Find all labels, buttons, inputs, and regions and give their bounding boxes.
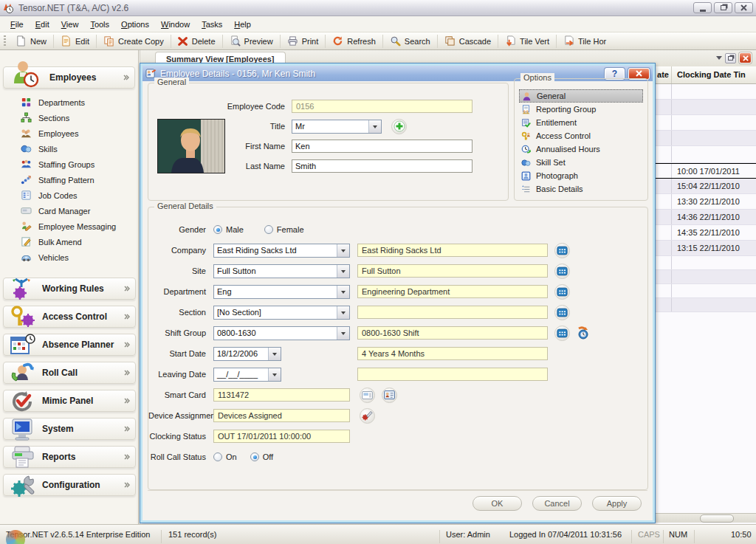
table-row-empty[interactable] — [654, 100, 756, 115]
table-row-empty[interactable] — [654, 84, 756, 100]
dropdown-arrow-icon[interactable] — [337, 306, 349, 319]
sidebar-item-employee-messaging[interactable]: Employee Messaging — [0, 218, 138, 234]
delete-button[interactable]: Delete — [172, 33, 221, 49]
menu-tools[interactable]: Tools — [84, 18, 115, 31]
title-combobox[interactable]: Mr — [292, 120, 382, 134]
sidebar-item-vehicles[interactable]: Vehicles — [0, 249, 138, 265]
dropdown-arrow-icon[interactable] — [337, 244, 349, 257]
sidebar-item-card-manager[interactable]: Card Manager — [0, 203, 138, 218]
table-row-empty[interactable] — [654, 256, 756, 270]
smart-card-field[interactable]: 1131472 — [213, 388, 350, 402]
table-row-empty[interactable] — [654, 115, 756, 131]
dropdown-arrow-icon[interactable] — [337, 327, 349, 340]
toolbar-grip[interactable] — [4, 35, 6, 47]
table-row[interactable]: 14:35 22/11/2010 — [654, 225, 756, 241]
department-lookup-button[interactable] — [554, 284, 570, 300]
create-copy-button[interactable]: Create Copy — [97, 33, 170, 49]
employee-code-field[interactable]: 0156 — [292, 100, 472, 113]
sidebar-section-working-rules[interactable]: Working Rules — [3, 278, 136, 300]
sidebar-section-configuration[interactable]: Configuration — [3, 474, 136, 496]
sidebar-section-reports[interactable]: Reports — [3, 446, 136, 468]
menu-window[interactable]: Window — [155, 18, 196, 31]
device-assignment-field[interactable]: Devices Assigned — [213, 409, 350, 422]
option-entitlement[interactable]: Entitlement — [519, 116, 643, 129]
dropdown-arrow-icon[interactable] — [337, 286, 349, 298]
cascade-button[interactable]: Cascade — [439, 33, 497, 49]
edit-devices-button[interactable] — [360, 408, 375, 424]
dropdown-arrow-icon[interactable] — [268, 348, 281, 360]
table-row[interactable]: 13:15 22/11/2010 — [654, 241, 756, 256]
shift-group-combobox[interactable]: 0800-1630 — [213, 326, 350, 340]
sidebar-item-skills[interactable]: Skills — [0, 141, 138, 156]
table-row[interactable]: 14:36 22/11/2010 — [654, 210, 756, 225]
menu-edit[interactable]: Edit — [30, 18, 55, 31]
sidebar-section-access-control[interactable]: Access Control — [3, 306, 136, 328]
add-title-button[interactable] — [391, 119, 407, 134]
table-row-empty[interactable] — [654, 298, 756, 312]
table-row-empty[interactable] — [654, 284, 756, 298]
roll-call-off-radio[interactable]: Off — [250, 452, 273, 461]
option-skill-set[interactable]: Skill Set — [519, 156, 643, 169]
preview-button[interactable]: Preview — [224, 33, 279, 49]
shift-group-lookup-button[interactable] — [554, 326, 570, 341]
first-name-field[interactable]: Ken — [292, 140, 472, 153]
column-header-date[interactable]: ate — [654, 66, 672, 83]
option-reporting-group[interactable]: Reporting Group — [519, 103, 643, 116]
menu-view[interactable]: View — [55, 18, 85, 31]
scrollbar-thumb[interactable] — [700, 514, 734, 523]
column-header-clocking-date[interactable]: Clocking Date Tin — [672, 66, 756, 83]
menu-options[interactable]: Options — [115, 18, 155, 31]
company-combobox[interactable]: East Riding Sacks Ltd — [213, 244, 350, 258]
sidebar-section-mimic-panel[interactable]: Mimic Panel — [3, 390, 136, 412]
leaving-date-picker[interactable]: __/__/____ — [213, 368, 281, 382]
dropdown-arrow-icon[interactable] — [337, 265, 349, 278]
tile-vert-button[interactable]: Tile Vert — [499, 33, 555, 49]
section-lookup-button[interactable] — [554, 305, 570, 320]
refresh-button[interactable]: Refresh — [326, 33, 382, 49]
read-card-button[interactable] — [360, 388, 375, 403]
close-button[interactable] — [735, 2, 753, 13]
roll-call-on-radio[interactable]: On — [213, 452, 237, 461]
option-photograph[interactable]: Photograph — [519, 169, 643, 182]
sidebar-item-bulk-amend[interactable]: Bulk Amend — [0, 234, 138, 249]
site-combobox[interactable]: Full Sutton — [213, 264, 350, 278]
window-menu-icon[interactable] — [716, 56, 722, 63]
start-date-picker[interactable]: 18/12/2006 — [213, 347, 281, 361]
table-row[interactable]: 10:00 17/01/2011 — [654, 163, 756, 179]
sidebar-section-absence-planner[interactable]: Absence Planner — [3, 334, 136, 356]
gender-female-radio[interactable]: Female — [264, 225, 304, 234]
gender-male-radio[interactable]: Male — [213, 225, 244, 234]
card-details-button[interactable] — [382, 388, 397, 403]
ok-button[interactable]: OK — [472, 496, 522, 511]
table-row[interactable]: 13:30 22/11/2010 — [654, 194, 756, 210]
sidebar-section-roll-call[interactable]: Roll Call — [3, 362, 136, 384]
option-annualised-hours[interactable]: Annualised Hours — [519, 142, 643, 156]
dropdown-arrow-icon[interactable] — [368, 120, 381, 133]
restore-button[interactable] — [714, 2, 732, 13]
section-combobox[interactable]: [No Section] — [213, 306, 350, 320]
print-button[interactable]: Print — [281, 33, 325, 49]
menu-file[interactable]: File — [4, 18, 30, 31]
option-basic-details[interactable]: Basic Details — [519, 182, 643, 196]
table-row-empty[interactable] — [654, 270, 756, 284]
menu-tasks[interactable]: Tasks — [196, 18, 228, 31]
tile-hor-button[interactable]: Tile Hor — [557, 33, 612, 49]
mdi-close-button[interactable] — [739, 52, 752, 63]
new-button[interactable]: New — [10, 33, 52, 49]
dropdown-arrow-icon[interactable] — [268, 368, 281, 381]
table-row-empty[interactable] — [654, 131, 756, 146]
apply-button[interactable]: Apply — [592, 496, 642, 511]
sidebar-item-employees[interactable]: Employees — [0, 125, 138, 141]
cancel-button[interactable]: Cancel — [532, 496, 582, 511]
option-general[interactable]: General — [519, 89, 643, 103]
sidebar-item-departments[interactable]: Departments — [0, 94, 138, 110]
sidebar-item-job-codes[interactable]: Job Codes — [0, 187, 138, 203]
sidebar-item-staffing-groups[interactable]: Staffing Groups — [0, 156, 138, 172]
sidebar-section-system[interactable]: System — [3, 418, 136, 440]
last-name-field[interactable]: Smith — [292, 159, 472, 173]
search-button[interactable]: Search — [384, 33, 436, 49]
shift-schedule-button[interactable] — [577, 326, 590, 340]
table-row[interactable]: 15:04 22/11/2010 — [654, 179, 756, 194]
option-access-control[interactable]: Access Control — [519, 129, 643, 142]
table-row-empty[interactable] — [654, 146, 756, 163]
